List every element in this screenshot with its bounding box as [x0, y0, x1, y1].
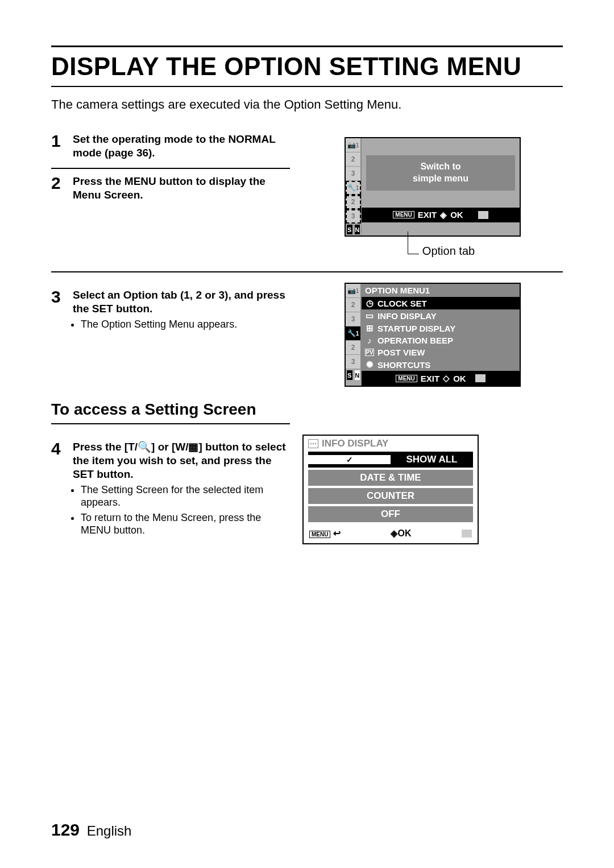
lcd-screen-info-display: ⋯ INFO DISPLAY ✓SHOW ALL DATE & TIME COU… — [302, 435, 479, 544]
page-title: DISPLAY THE OPTION SETTING MENU — [51, 53, 563, 80]
option-menu-title: OPTION MENU1 — [362, 284, 520, 297]
intro-text: The camera settings are executed via the… — [51, 97, 563, 112]
return-icon: ↩ — [333, 528, 341, 538]
ok-label: OK — [397, 528, 411, 538]
option-date-time: DATE & TIME — [308, 470, 473, 486]
tab-opt-3: 3 — [346, 355, 361, 369]
step-head: Press the MENU button to display the Men… — [73, 175, 265, 201]
step-number: 3 — [51, 288, 66, 333]
tab-opt-1: 🔧1 — [346, 326, 361, 341]
battery-icon — [475, 374, 486, 382]
menu-item-clock-set: ◷CLOCK SET — [362, 297, 520, 309]
lcd-screen-switch: 📷1 2 3 🔧1 2 3 SN Switch to simple menu — [345, 137, 521, 237]
s-icon: S — [347, 225, 352, 234]
nav-diamond-icon: ◈ — [440, 210, 447, 220]
menu-item-info-display: ▭INFO DISPLAY — [362, 309, 520, 322]
option-tab-label: Option tab — [422, 245, 475, 258]
s-icon: S — [347, 370, 352, 380]
lcd-command-bar: MENU EXIT ◇ OK — [362, 371, 520, 386]
lcd-command-bar: MENU EXIT ◈ OK — [362, 208, 520, 222]
menu-item-post-view: PVPOST VIEW — [362, 346, 520, 358]
tab-cam-1: 📷1 — [346, 284, 361, 298]
page-footer: 129 English — [51, 820, 131, 840]
step-head: Select an Option tab (1, 2 or 3), and pr… — [73, 289, 285, 315]
tab-cam-3: 3 — [346, 312, 361, 326]
screen-title: INFO DISPLAY — [322, 438, 388, 449]
menu-item-shortcuts: ✺SHORTCUTS — [362, 358, 520, 371]
step-2: 2 Press the MENU button to display the M… — [51, 169, 290, 210]
n-icon: N — [355, 225, 360, 234]
postview-icon: PV — [365, 349, 374, 356]
step-head: Set the operating mode to the NORMAL mod… — [73, 133, 275, 159]
ok-label: OK — [450, 210, 463, 220]
nav-diamond-icon: ◇ — [443, 373, 450, 383]
n-icon: N — [355, 370, 360, 380]
display-icon: ▭ — [365, 311, 374, 321]
menu-tag: MENU — [309, 531, 330, 538]
tab-cam-1: 📷1 — [346, 138, 361, 152]
option-counter: COUNTER — [308, 488, 473, 504]
step-number: 2 — [51, 175, 66, 202]
nav-diamond-icon: ◈ — [391, 528, 397, 538]
lcd-screen-option-menu: 📷1 2 3 🔧1 2 3 SN OPTION MENU1 ◷CLOCK SET… — [345, 283, 521, 387]
tab-cam-2: 2 — [346, 298, 361, 312]
tab-opt-3: 3 — [346, 209, 361, 224]
option-off: OFF — [308, 506, 473, 522]
menu-item-startup-display: ⊞STARTUP DISPLAY — [362, 322, 520, 334]
menu-tag: MENU — [393, 211, 414, 218]
step-number: 4 — [51, 440, 66, 539]
tab-cam-2: 2 — [346, 152, 361, 167]
zoom-in-icon: 🔍 — [138, 441, 151, 453]
display-icon: ⋯ — [308, 439, 318, 448]
menu-item-operation-beep: ♪OPERATION BEEP — [362, 334, 520, 346]
ok-label: OK — [453, 374, 466, 383]
step-bullet: To return to the Menu Screen, press the … — [81, 511, 290, 537]
step-1: 1 Set the operating mode to the NORMAL m… — [51, 127, 290, 169]
step-bullet: The Setting Screen for the selected item… — [81, 483, 290, 509]
language-label: English — [87, 823, 132, 838]
beep-icon: ♪ — [365, 336, 374, 345]
exit-label: EXIT — [421, 374, 439, 383]
battery-icon — [478, 211, 488, 219]
step-4: 4 Press the [T/🔍] or [W/▦] button to sel… — [51, 435, 290, 547]
startup-icon: ⊞ — [365, 323, 374, 333]
check-icon: ✓ — [308, 455, 391, 464]
subheading: To access a Setting Screen — [51, 400, 563, 419]
zoom-out-icon: ▦ — [188, 441, 198, 453]
tab-opt-2: 2 — [346, 195, 361, 209]
tab-cam-3: 3 — [346, 167, 361, 181]
page-number: 129 — [51, 820, 80, 839]
tab-opt-1: 🔧1 — [346, 181, 361, 195]
option-show-all: ✓SHOW ALL — [308, 452, 473, 468]
lcd-message: Switch to simple menu — [366, 155, 515, 191]
step-bullet: The Option Setting Menu appears. — [81, 318, 290, 331]
step-number: 1 — [51, 133, 66, 160]
step-3: 3 Select an Option tab (1, 2 or 3), and … — [51, 283, 290, 341]
shortcut-icon: ✺ — [365, 359, 374, 370]
clock-icon: ◷ — [365, 298, 374, 308]
exit-label: EXIT — [418, 210, 437, 220]
tab-opt-2: 2 — [346, 341, 361, 355]
step-head: Press the [T/🔍] or [W/▦] button to selec… — [73, 441, 286, 480]
menu-tag: MENU — [396, 375, 417, 382]
battery-icon — [462, 530, 472, 538]
